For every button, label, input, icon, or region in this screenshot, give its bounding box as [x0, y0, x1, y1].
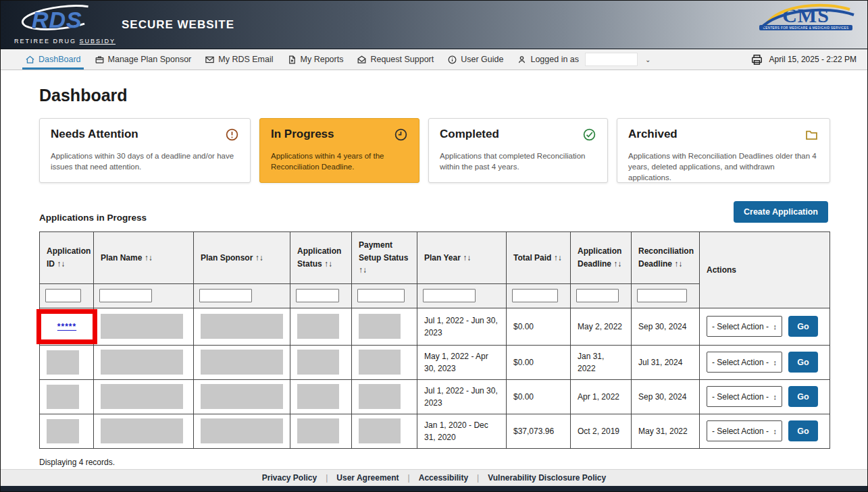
redacted-plan-sponsor: [201, 350, 283, 375]
column-header-plan-year[interactable]: Plan Year ↑↓: [417, 232, 507, 284]
go-button[interactable]: Go: [788, 316, 818, 337]
applications-table: Application ID ↑↓ Plan Name ↑↓ Plan Spon…: [39, 231, 830, 449]
select-action-dropdown[interactable]: - Select Action -↕: [707, 420, 782, 441]
column-header-reconciliation-deadline[interactable]: Reconciliation Deadline ↑↓: [632, 232, 700, 284]
table-header-row: Application ID ↑↓ Plan Name ↑↓ Plan Spon…: [40, 232, 830, 284]
select-arrows-icon: ↕: [773, 426, 777, 437]
filter-application-id-input[interactable]: [45, 289, 81, 302]
site-title: SECURE WEBSITE: [122, 18, 234, 32]
nav-item-dashboard[interactable]: DashBoard: [18, 49, 88, 70]
column-header-application-deadline[interactable]: Application Deadline ↑↓: [571, 232, 632, 284]
card-description: Applications within 30 days of a deadlin…: [51, 151, 239, 172]
support-icon: [357, 55, 367, 65]
select-arrows-icon: ↕: [773, 391, 777, 403]
select-action-dropdown[interactable]: - Select Action -↕: [707, 352, 782, 373]
briefcase-icon: [95, 55, 105, 65]
reconciliation-deadline-cell: Sep 30, 2024: [632, 379, 700, 414]
filter-plan-name-input[interactable]: [99, 289, 152, 302]
card-needs-attention[interactable]: Needs Attention Applications within 30 d…: [39, 118, 251, 183]
nav-item-my-reports[interactable]: My Reports: [280, 49, 351, 70]
filter-plan-sponsor-input[interactable]: [199, 289, 252, 302]
filter-payment-setup-status-input[interactable]: [357, 289, 405, 302]
create-application-button[interactable]: Create Application: [734, 201, 828, 223]
go-button[interactable]: Go: [788, 420, 818, 441]
column-header-application-status[interactable]: Application Status ↑↓: [290, 232, 352, 284]
record-count: Displaying 4 records.: [39, 458, 828, 467]
application-id-link[interactable]: *****: [57, 321, 76, 333]
rds-tagline: Retiree Drug Subsidy: [14, 38, 116, 45]
redacted-application-status: [297, 350, 339, 375]
sort-icon[interactable]: ↑↓: [463, 253, 471, 263]
nav-item-user-guide[interactable]: User Guide: [440, 49, 510, 70]
column-header-plan-sponsor[interactable]: Plan Sponsor ↑↓: [194, 232, 290, 284]
card-description: Applications with Reconciliation Deadlin…: [628, 151, 819, 183]
filter-plan-year-input[interactable]: [423, 289, 476, 302]
printer-icon[interactable]: [750, 53, 763, 66]
table-row: Jan 1, 2020 - Dec 31, 2020 $37,073.96 Oc…: [40, 414, 830, 448]
redacted-payment-setup-status: [359, 384, 401, 409]
filter-application-deadline-input[interactable]: [576, 289, 619, 302]
footer-separator: |: [408, 473, 410, 483]
column-header-total-paid[interactable]: Total Paid ↑↓: [507, 232, 571, 284]
info-icon: [447, 55, 457, 65]
card-description: Applications that completed Reconciliati…: [440, 151, 596, 172]
footer-separator: |: [326, 473, 328, 483]
nav-utility-area: April 15, 2025 - 2:22 PM: [750, 49, 857, 70]
rds-logo: RDS Retiree Drug Subsidy: [13, 5, 104, 45]
chevron-down-icon: ⌄: [645, 56, 650, 63]
plan-year-cell: May 1, 2022 - Apr 30, 2023: [417, 345, 507, 379]
column-header-payment-setup-status[interactable]: Payment Setup Status ↑↓: [352, 232, 417, 284]
redacted-payment-setup-status: [359, 314, 401, 339]
select-action-dropdown[interactable]: - Select Action -↕: [707, 316, 782, 337]
rds-acronym: RDS: [32, 7, 82, 33]
nav-item-manage-plan-sponsor[interactable]: Manage Plan Sponsor: [88, 49, 199, 70]
card-archived[interactable]: Archived Applications with Reconciliatio…: [617, 118, 830, 183]
total-paid-cell: $0.00: [507, 345, 571, 379]
column-header-plan-name[interactable]: Plan Name ↑↓: [94, 232, 194, 284]
footer-link-privacy-policy[interactable]: Privacy Policy: [262, 473, 317, 483]
footer-bottom-bar: [1, 486, 867, 491]
nav-item-logged-in-as[interactable]: Logged in as ⌄: [510, 49, 657, 70]
redacted-plan-sponsor: [201, 384, 283, 409]
application-deadline-cell: Oct 2, 2019: [571, 414, 632, 448]
table-section-header: Applications in Progress Create Applicat…: [39, 201, 828, 223]
redacted-plan-name: [101, 418, 183, 443]
go-button[interactable]: Go: [788, 352, 818, 373]
sort-icon[interactable]: ↑↓: [324, 259, 332, 269]
sort-icon[interactable]: ↑↓: [255, 253, 263, 263]
column-header-application-id[interactable]: Application ID ↑↓: [40, 232, 94, 284]
reconciliation-deadline-cell: May 31, 2022: [632, 414, 700, 448]
sort-icon[interactable]: ↑↓: [554, 253, 562, 263]
footer-link-user-agreement[interactable]: User Agreement: [336, 473, 399, 483]
card-title: Completed: [440, 128, 499, 141]
sort-icon[interactable]: ↑↓: [674, 259, 682, 269]
cms-logo: CMS CENTERS FOR MEDICARE & MEDICAID SERV…: [759, 6, 852, 30]
filter-reconciliation-deadline-input[interactable]: [637, 289, 687, 302]
redacted-application-status: [297, 384, 339, 409]
go-button[interactable]: Go: [788, 386, 818, 407]
sort-icon[interactable]: ↑↓: [57, 259, 65, 269]
card-completed[interactable]: Completed Applications that completed Re…: [428, 118, 608, 183]
main-navigation: DashBoard Manage Plan Sponsor My RDS Ema…: [1, 49, 867, 70]
filter-application-status-input[interactable]: [296, 289, 339, 302]
filter-total-paid-input[interactable]: [512, 289, 558, 302]
redacted-plan-name: [101, 384, 183, 409]
sort-icon[interactable]: ↑↓: [145, 253, 153, 263]
redacted-application-status: [297, 418, 339, 443]
sort-icon[interactable]: ↑↓: [359, 265, 367, 275]
clock-icon: [394, 128, 408, 144]
sort-icon[interactable]: ↑↓: [613, 259, 621, 269]
logged-in-user-select[interactable]: [585, 53, 638, 66]
folder-icon: [805, 128, 819, 144]
redacted-payment-setup-status: [359, 418, 401, 443]
nav-item-my-rds-email[interactable]: My RDS Email: [198, 49, 280, 70]
nav-item-request-support[interactable]: Request Support: [350, 49, 440, 70]
footer-link-accessibility[interactable]: Accessibility: [419, 473, 468, 483]
total-paid-cell: $37,073.96: [507, 414, 571, 448]
footer-link-vulnerability-disclosure-policy[interactable]: Vulnerability Disclosure Policy: [488, 473, 606, 483]
card-title: Archived: [628, 128, 678, 141]
card-in-progress[interactable]: In Progress Applications within 4 years …: [259, 118, 419, 183]
cms-arcs-icon: [754, 1, 855, 31]
page-title: Dashboard: [39, 86, 828, 105]
select-action-dropdown[interactable]: - Select Action -↕: [707, 386, 782, 407]
